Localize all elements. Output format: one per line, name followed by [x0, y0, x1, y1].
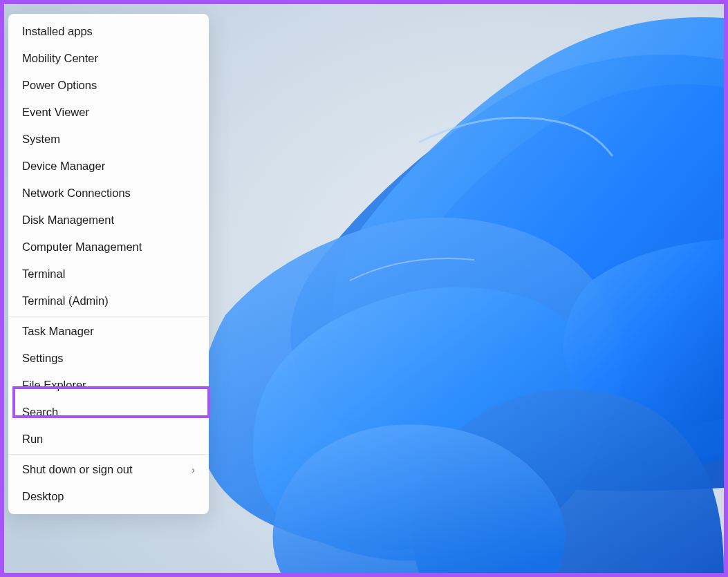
menu-item-label: Shut down or sign out — [22, 463, 133, 476]
menu-item-label: Computer Management — [22, 240, 142, 254]
menu-item-event-viewer[interactable]: Event Viewer — [8, 99, 209, 126]
menu-item-file-explorer[interactable]: File Explorer — [8, 372, 209, 399]
menu-item-label: Network Connections — [22, 187, 131, 200]
menu-item-label: Power Options — [22, 79, 97, 92]
menu-item-shutdown[interactable]: Shut down or sign out › — [8, 456, 209, 483]
winx-context-menu: Installed apps Mobility Center Power Opt… — [8, 14, 209, 514]
chevron-right-icon: › — [192, 464, 195, 475]
menu-item-label: Search — [22, 406, 58, 419]
menu-item-label: System — [22, 133, 60, 146]
menu-item-power-options[interactable]: Power Options — [8, 72, 209, 99]
menu-item-label: Terminal (Admin) — [22, 294, 109, 308]
menu-separator — [8, 316, 209, 316]
menu-item-label: Settings — [22, 352, 64, 365]
menu-item-terminal[interactable]: Terminal — [8, 261, 209, 287]
menu-item-mobility-center[interactable]: Mobility Center — [8, 45, 209, 72]
menu-item-label: Task Manager — [22, 325, 94, 338]
menu-item-label: Desktop — [22, 490, 64, 503]
window-frame: Installed apps Mobility Center Power Opt… — [0, 0, 728, 577]
menu-item-search[interactable]: Search — [8, 399, 209, 426]
menu-item-settings[interactable]: Settings — [8, 345, 209, 372]
menu-item-label: File Explorer — [22, 379, 86, 392]
menu-separator — [8, 454, 209, 455]
menu-item-disk-management[interactable]: Disk Management — [8, 207, 209, 234]
menu-item-desktop[interactable]: Desktop — [8, 483, 209, 510]
menu-item-label: Mobility Center — [22, 52, 98, 65]
menu-item-computer-management[interactable]: Computer Management — [8, 234, 209, 261]
menu-item-network-connections[interactable]: Network Connections — [8, 180, 209, 207]
menu-item-label: Device Manager — [22, 160, 105, 173]
menu-item-label: Run — [22, 433, 43, 446]
menu-item-terminal-admin[interactable]: Terminal (Admin) — [8, 287, 209, 314]
menu-item-system[interactable]: System — [8, 126, 209, 153]
menu-item-device-manager[interactable]: Device Manager — [8, 153, 209, 180]
menu-item-label: Installed apps — [22, 25, 93, 38]
menu-item-installed-apps[interactable]: Installed apps — [8, 18, 209, 45]
menu-item-task-manager[interactable]: Task Manager — [8, 318, 209, 345]
menu-item-label: Terminal — [22, 267, 65, 281]
menu-item-label: Disk Management — [22, 214, 114, 227]
menu-item-run[interactable]: Run — [8, 426, 209, 453]
menu-item-label: Event Viewer — [22, 106, 89, 119]
